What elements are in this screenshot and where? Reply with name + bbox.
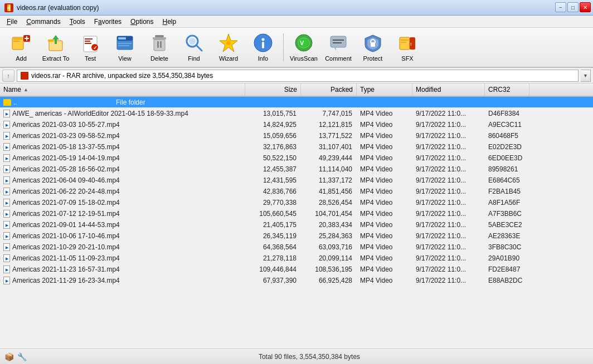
- address-dropdown-button[interactable]: ▼: [581, 70, 591, 82]
- svg-rect-23: [118, 43, 132, 44]
- file-name-text: Americas 2021-07-09 15-18-02.mp4: [12, 199, 120, 206]
- file-modified: 9/17/2022 11:0...: [412, 121, 485, 129]
- col-header-type[interactable]: Type: [357, 83, 412, 96]
- toolbar-delete-button[interactable]: Delete: [143, 31, 176, 64]
- menu-commands[interactable]: Commands: [22, 17, 65, 27]
- extract-label: Extract To: [42, 55, 70, 62]
- svg-rect-47: [400, 37, 410, 50]
- video-icon: ▶: [3, 221, 10, 229]
- video-icon: ▶: [3, 132, 10, 140]
- info-label: Info: [258, 55, 268, 62]
- table-row[interactable]: ▶ Americas 2021-05-28 16-56-02.mp4 12,45…: [0, 164, 593, 175]
- file-crc: 5ABE3CE2: [485, 221, 529, 229]
- file-name: ▶ Americas 2021-10-06 17-10-46.mp4: [0, 232, 245, 240]
- test-label: Test: [85, 55, 96, 62]
- window-title: videos.rar (evaluation copy): [17, 4, 99, 12]
- menu-tools[interactable]: Tools: [65, 17, 90, 27]
- table-row[interactable]: ▶ Americas 2021-06-04 09-40-46.mp4 12,43…: [0, 175, 593, 186]
- file-name-text: Americas 2021-06-04 09-40-46.mp4: [12, 176, 120, 184]
- virusscan-label: VirusScan: [290, 55, 318, 62]
- table-row[interactable]: ▶ Americas 2021-09-01 14-44-53.mp4 21,40…: [0, 219, 593, 230]
- menu-help[interactable]: Help: [158, 17, 181, 27]
- table-row[interactable]: ▶ Americas 2021-07-12 12-19-51.mp4 105,6…: [0, 208, 593, 219]
- toolbar-add-button[interactable]: Add: [4, 31, 38, 64]
- file-type: MP4 Video: [357, 221, 412, 229]
- toolbar-view-button[interactable]: View: [108, 31, 142, 64]
- menu-bar: File Commands Tools Favorites Options He…: [0, 16, 593, 28]
- file-packed: 63,093,716: [301, 243, 357, 251]
- file-list[interactable]: .. File folder ▶ AIWE_ americas - AIWorl…: [0, 97, 593, 348]
- toolbar-extract-button[interactable]: Extract To: [39, 31, 72, 64]
- file-modified: 9/17/2022 11:0...: [412, 221, 485, 229]
- file-type: MP4 Video: [357, 176, 412, 184]
- file-size: 50,522,150: [245, 154, 301, 162]
- menu-favorites[interactable]: Favorites: [90, 17, 126, 27]
- toolbar-separator: [283, 33, 284, 61]
- navigate-up-button[interactable]: ↑: [2, 70, 14, 82]
- table-row[interactable]: .. File folder: [0, 97, 593, 108]
- file-crc: 860468F5: [485, 132, 529, 140]
- file-modified: 9/17/2022 11:0...: [412, 132, 485, 140]
- file-type: MP4 Video: [357, 265, 412, 273]
- col-header-modified[interactable]: Modified: [412, 83, 485, 96]
- toolbar: Add Extract To ✓ Test: [0, 28, 593, 68]
- menu-options[interactable]: Options: [126, 17, 158, 27]
- maximize-button[interactable]: □: [567, 2, 579, 12]
- table-row[interactable]: ▶ AIWE_ americas - AIWorldEditor 2021-04…: [0, 108, 593, 119]
- rar-file-icon: [21, 72, 28, 80]
- file-crc: D46F8384: [485, 110, 529, 117]
- file-type: MP4 Video: [357, 132, 412, 140]
- svg-point-31: [189, 38, 196, 45]
- table-row[interactable]: ▶ Americas 2021-03-23 09-58-52.mp4 15,05…: [0, 130, 593, 141]
- col-header-crc[interactable]: CRC32: [485, 83, 529, 96]
- file-name: ▶ Americas 2021-11-05 11-09-23.mp4: [0, 254, 245, 262]
- svg-text:R: R: [7, 6, 10, 10]
- toolbar-protect-button[interactable]: Protect: [356, 31, 390, 64]
- close-button[interactable]: ✕: [580, 2, 591, 12]
- toolbar-info-button[interactable]: Info: [246, 31, 280, 64]
- video-icon: ▶: [3, 199, 10, 206]
- col-header-name[interactable]: Name ▲: [0, 83, 245, 96]
- svg-rect-27: [154, 40, 165, 51]
- file-packed: 66,925,428: [301, 277, 357, 284]
- table-row[interactable]: ▶ Americas 2021-06-22 20-24-48.mp4 42,83…: [0, 186, 593, 197]
- file-size: 64,368,564: [245, 243, 301, 251]
- table-row[interactable]: ▶ Americas 2021-11-29 16-23-34.mp4 67,93…: [0, 275, 593, 286]
- toolbar-virusscan-button[interactable]: V VirusScan: [287, 31, 320, 64]
- video-icon: ▶: [3, 188, 10, 195]
- file-packed: 49,239,444: [301, 154, 357, 162]
- file-name-text: Americas 2021-06-22 20-24-48.mp4: [12, 188, 120, 195]
- video-icon: ▶: [3, 254, 10, 262]
- toolbar-sfx-button[interactable]: ! SFX: [391, 31, 424, 64]
- table-row[interactable]: ▶ Americas 2021-10-06 17-10-46.mp4 26,34…: [0, 230, 593, 242]
- extract-icon: [46, 33, 66, 53]
- table-row[interactable]: ▶ Americas 2021-11-05 11-09-23.mp4 21,27…: [0, 253, 593, 264]
- svg-rect-5: [13, 38, 22, 40]
- toolbar-find-button[interactable]: Find: [177, 31, 211, 64]
- table-row[interactable]: ▶ Americas 2021-07-09 15-18-02.mp4 29,77…: [0, 197, 593, 208]
- toolbar-comment-button[interactable]: Comment: [322, 31, 355, 64]
- file-crc: F2BA1B45: [485, 188, 529, 195]
- table-row[interactable]: ▶ Americas 2021-10-29 20-21-10.mp4 64,36…: [0, 242, 593, 253]
- file-crc: AE28363E: [485, 232, 529, 240]
- table-row[interactable]: ▶ Americas 2021-11-23 16-57-31.mp4 109,4…: [0, 264, 593, 275]
- file-type: MP4 Video: [357, 199, 412, 206]
- menu-file[interactable]: File: [2, 17, 22, 27]
- file-modified: 9/17/2022 11:0...: [412, 188, 485, 195]
- toolbar-wizard-button[interactable]: Wizard: [212, 31, 245, 64]
- table-row[interactable]: ▶ Americas 2021-05-18 13-37-55.mp4 32,17…: [0, 141, 593, 153]
- table-row[interactable]: ▶ Americas 2021-03-03 10-55-27.mp4 14,82…: [0, 119, 593, 130]
- table-row[interactable]: ▶ Americas 2021-05-19 14-04-19.mp4 50,52…: [0, 153, 593, 164]
- toolbar-test-button[interactable]: ✓ Test: [74, 31, 107, 64]
- file-type: MP4 Video: [357, 110, 412, 117]
- file-packed: 41,851,456: [301, 188, 357, 195]
- minimize-button[interactable]: −: [555, 2, 566, 12]
- col-header-packed[interactable]: Packed: [301, 83, 357, 96]
- status-text: Total 90 files, 3,554,350,384 bytes: [30, 353, 589, 361]
- file-size: 21,278,118: [245, 254, 301, 262]
- col-header-size[interactable]: Size: [245, 83, 301, 96]
- file-name: ▶ Americas 2021-07-09 15-18-02.mp4: [0, 199, 245, 206]
- svg-text:V: V: [300, 40, 304, 46]
- app-icon: R: [4, 3, 13, 12]
- file-modified: 9/17/2022 11:0...: [412, 243, 485, 251]
